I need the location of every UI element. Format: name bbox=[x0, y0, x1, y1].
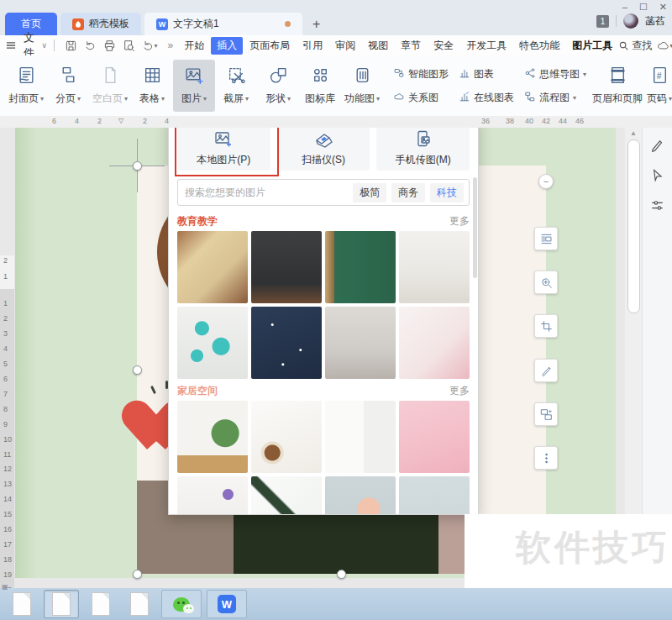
screenshot-button[interactable]: 截屏▾ bbox=[215, 60, 257, 112]
resize-handle-bottom-center[interactable] bbox=[337, 570, 346, 579]
wrap-text-tool-button[interactable] bbox=[534, 227, 558, 250]
avatar[interactable] bbox=[623, 13, 638, 29]
menu-tab-审阅[interactable]: 审阅 bbox=[329, 37, 361, 55]
cover-page-button[interactable]: 封面页▾ bbox=[5, 60, 47, 112]
wps-icon: W bbox=[218, 595, 236, 613]
resize-handle-top-left[interactable] bbox=[133, 161, 142, 171]
image-thumbnail-white-wood-book[interactable] bbox=[399, 231, 470, 303]
function-diagram-button[interactable]: 功能图▾ bbox=[341, 60, 383, 112]
resize-handle-bottom-left[interactable] bbox=[133, 570, 142, 579]
print-preview-icon[interactable] bbox=[123, 39, 135, 52]
new-tab-button[interactable]: + bbox=[306, 17, 327, 35]
taskbar-document-2[interactable] bbox=[44, 590, 79, 618]
taskbar-app-wechat[interactable] bbox=[161, 590, 202, 618]
menu-tab-引用[interactable]: 引用 bbox=[297, 37, 328, 55]
image-thumbnail-palm-leaf[interactable] bbox=[251, 476, 322, 515]
menu-tab-插入[interactable]: 插入 bbox=[211, 37, 243, 55]
close-button[interactable]: ✕ bbox=[659, 0, 667, 13]
image-thumbnail-peach-bow[interactable] bbox=[325, 476, 396, 515]
image-thumbnail-teal-molecule[interactable] bbox=[177, 307, 248, 379]
page-break-button[interactable]: 分页▾ bbox=[47, 60, 89, 112]
output-icon[interactable] bbox=[84, 39, 97, 52]
username[interactable]: 菡萏 bbox=[645, 14, 665, 29]
header-footer-button[interactable]: 页眉和页脚 bbox=[596, 60, 638, 112]
menu-tab-视图[interactable]: 视图 bbox=[362, 37, 394, 55]
taskbar-document-1[interactable] bbox=[5, 591, 39, 617]
settings-sliders-icon[interactable] bbox=[650, 198, 664, 215]
blank-page-button[interactable]: 空白页▾ bbox=[89, 60, 131, 112]
print-icon[interactable] bbox=[103, 39, 116, 52]
image-thumbnail-starry-night-sky[interactable] bbox=[251, 307, 322, 379]
vertical-ruler[interactable]: 2112345678910111213141516171819202122232… bbox=[0, 255, 14, 588]
ruler-number: 3 bbox=[3, 329, 8, 338]
popup-scrollbar[interactable] bbox=[473, 177, 477, 278]
page-number-button[interactable]: #页码▾ bbox=[638, 60, 672, 112]
replace-picture-tool-button[interactable] bbox=[534, 402, 558, 426]
indent-marker[interactable]: ▽ bbox=[118, 117, 123, 124]
image-thumbnail-vase-purple-flowers[interactable] bbox=[177, 476, 248, 515]
flow-chart-button[interactable]: 流程图▾ bbox=[521, 89, 590, 107]
menu-tab-章节[interactable]: 章节 bbox=[395, 37, 427, 55]
image-thumbnail-lab-flasks-pink[interactable] bbox=[399, 307, 470, 379]
image-thumbnail-frame-plant-desk[interactable] bbox=[177, 401, 248, 473]
image-thumbnail-gray-blue-plain[interactable] bbox=[399, 476, 470, 515]
edit-pen-icon[interactable] bbox=[650, 138, 664, 155]
menu-tab-页面布局[interactable]: 页面布局 bbox=[244, 37, 296, 55]
chevron-down-icon[interactable]: ∨ bbox=[41, 41, 47, 50]
minimize-button[interactable]: – bbox=[622, 0, 627, 13]
scrollbar-thumb[interactable] bbox=[627, 139, 640, 313]
find-button[interactable]: 查找 bbox=[618, 39, 652, 53]
search-tag-科技[interactable]: 科技 bbox=[430, 183, 464, 202]
online-chart-button[interactable]: 在线图表 bbox=[455, 89, 517, 107]
mind-map-button[interactable]: 思维导图▾ bbox=[521, 66, 590, 83]
image-thumbnail-pink-gift-box[interactable] bbox=[399, 401, 470, 473]
phone-transfer-button[interactable]: 手机传图(M) bbox=[376, 128, 470, 171]
taskbar-document-3[interactable] bbox=[84, 591, 118, 617]
relation-diagram-button[interactable]: 关系图 bbox=[390, 89, 452, 107]
more-link[interactable]: 更多 bbox=[449, 384, 470, 398]
crop-tool-button[interactable] bbox=[534, 314, 558, 338]
table-button[interactable]: 表格▾ bbox=[131, 60, 173, 112]
image-thumbnail-blackboard-books[interactable] bbox=[251, 231, 322, 303]
hamburger-icon[interactable] bbox=[5, 39, 17, 51]
local-picture-button[interactable]: 本地图片(P) bbox=[177, 128, 270, 171]
image-thumbnail-green-chalkboard[interactable] bbox=[325, 231, 396, 303]
search-tag-商务[interactable]: 商务 bbox=[391, 183, 425, 202]
image-thumbnail-coffee-flatlay[interactable] bbox=[251, 401, 322, 473]
select-cursor-icon[interactable] bbox=[650, 168, 664, 185]
image-thumbnail-parchment-feather[interactable] bbox=[177, 231, 248, 303]
search-tag-极简[interactable]: 极简 bbox=[353, 183, 386, 202]
picture-button[interactable]: 图片▾ bbox=[173, 60, 215, 112]
overflow-chevron[interactable]: » bbox=[168, 39, 174, 51]
zoom-in-tool-button[interactable] bbox=[534, 271, 558, 294]
message-badge[interactable]: 1 bbox=[596, 15, 609, 28]
save-icon[interactable] bbox=[65, 39, 77, 52]
shape-button[interactable]: 形状▾ bbox=[257, 60, 299, 112]
image-thumbnail-book-lightbulb-sketch[interactable] bbox=[325, 307, 396, 379]
image-search-input[interactable] bbox=[183, 186, 348, 199]
menu-tab-开发工具[interactable]: 开发工具 bbox=[460, 37, 512, 55]
more-tool-button[interactable] bbox=[534, 446, 558, 470]
maximize-button[interactable]: ☐ bbox=[639, 0, 648, 13]
menu-tab-图片工具[interactable]: 图片工具 bbox=[566, 37, 618, 55]
cloud-sync-icon[interactable]: ▾ bbox=[657, 39, 672, 52]
menu-tab-开始[interactable]: 开始 bbox=[178, 37, 210, 55]
smart-graphic-button[interactable]: 智能图形 bbox=[390, 66, 452, 83]
collapse-tools-button[interactable]: − bbox=[538, 174, 554, 189]
horizontal-ruler[interactable]: 64224363840424446▽ bbox=[0, 116, 672, 129]
resize-handle-mid-left[interactable] bbox=[133, 365, 142, 375]
menu-tab-特色功能[interactable]: 特色功能 bbox=[513, 37, 565, 55]
chart-button[interactable]: 图表 bbox=[455, 66, 517, 83]
menu-tab-安全[interactable]: 安全 bbox=[428, 37, 459, 55]
undo-icon[interactable]: ▾ bbox=[142, 39, 158, 52]
tab-document[interactable]: W 文字文稿1 bbox=[144, 13, 302, 35]
tab-docer[interactable]: 稻壳模板 bbox=[60, 13, 141, 35]
scanner-button[interactable]: 扫描仪(S) bbox=[277, 128, 370, 171]
taskbar-app-wps[interactable]: W bbox=[207, 590, 247, 618]
taskbar-document-4[interactable] bbox=[123, 591, 156, 617]
image-thumbnail-white-frame-flowers[interactable] bbox=[325, 401, 396, 473]
icon-library-button[interactable]: 图标库 bbox=[299, 60, 341, 112]
more-link[interactable]: 更多 bbox=[449, 214, 470, 229]
beautify-tool-button[interactable] bbox=[534, 359, 558, 382]
scroll-up-arrow[interactable]: ▲ bbox=[630, 129, 637, 137]
